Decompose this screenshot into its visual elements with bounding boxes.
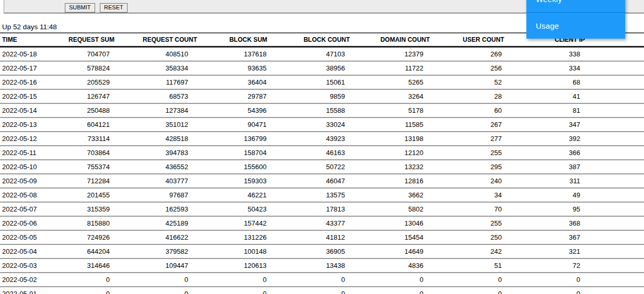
table-row: 2022-05-03314646109447120613134384836517…: [0, 258, 644, 273]
cell-value: 52: [444, 75, 523, 89]
cell-value: 255: [444, 146, 523, 160]
cell-value: 41: [523, 89, 644, 103]
table-row: 2022-05-0820145597687462211357536623449: [0, 188, 644, 202]
cell-value: 712284: [52, 174, 131, 188]
cell-value: 205529: [52, 75, 131, 89]
cell-value: 0: [131, 273, 209, 287]
cell-value: 403777: [131, 174, 209, 188]
cell-value: 644204: [52, 244, 131, 258]
cell-value: 14649: [366, 244, 444, 258]
cell-value: 250: [444, 230, 523, 244]
cell-value: 15588: [288, 103, 366, 117]
cell-value: 136799: [209, 132, 288, 146]
menu-item-usage[interactable]: Usage: [526, 12, 625, 39]
cell-value: 0: [523, 287, 644, 294]
table-row: 2022-05-11703864394783158704461631212025…: [0, 146, 644, 160]
cell-time: 2022-05-02: [0, 273, 52, 287]
cell-time: 2022-05-05: [0, 230, 52, 244]
cell-value: 256: [444, 61, 523, 75]
cell-value: 68: [523, 75, 644, 89]
cell-time: 2022-05-17: [0, 61, 52, 75]
cell-value: 54396: [209, 103, 288, 117]
cell-value: 255: [444, 216, 523, 230]
cell-value: 4836: [366, 258, 444, 273]
column-header: REQUEST SUM: [52, 33, 131, 47]
cell-value: 109447: [131, 258, 209, 273]
cell-time: 2022-05-18: [0, 47, 52, 62]
table-row: 2022-05-10755374436552155600507221323229…: [0, 160, 644, 174]
cell-value: 38956: [288, 61, 366, 75]
cell-value: 11722: [366, 61, 444, 75]
cell-time: 2022-05-01: [0, 287, 52, 294]
cell-value: 0: [523, 273, 644, 287]
cell-value: 17813: [288, 202, 366, 216]
table-row: 2022-05-020000000: [0, 273, 644, 287]
cell-value: 126747: [52, 89, 131, 103]
cell-value: 51: [444, 258, 523, 273]
cell-value: 387: [523, 160, 644, 174]
cell-value: 703864: [52, 146, 131, 160]
cell-value: 155600: [209, 160, 288, 174]
table-row: 2022-05-010000000: [0, 287, 644, 294]
cell-value: 358334: [131, 61, 209, 75]
table-row: 2022-05-06815880425189157442433771304625…: [0, 216, 644, 230]
cell-time: 2022-05-08: [0, 188, 52, 202]
cell-value: 0: [366, 273, 444, 287]
cell-value: 277: [444, 132, 523, 146]
menu-item-weekly[interactable]: Weekly: [526, 0, 625, 12]
table-row: 2022-05-13604121351012904713302411585267…: [0, 117, 644, 132]
cell-value: 13438: [288, 258, 366, 273]
cell-value: 0: [444, 287, 523, 294]
cell-value: 315359: [52, 202, 131, 216]
table-row: 2022-05-17578824358334936353895611722256…: [0, 61, 644, 75]
cell-value: 15061: [288, 75, 366, 89]
cell-value: 338: [523, 47, 644, 62]
uptime-text: Up 52 days 11:48: [2, 23, 57, 31]
cell-value: 755374: [52, 160, 131, 174]
cell-value: 408510: [131, 47, 209, 62]
table-row: 2022-05-151267476857329787985932642841: [0, 89, 644, 103]
cell-value: 0: [52, 273, 131, 287]
cell-value: 72: [523, 258, 644, 273]
cell-value: 267: [444, 117, 523, 132]
cell-value: 436552: [131, 160, 209, 174]
cell-value: 93635: [209, 61, 288, 75]
cell-value: 36905: [288, 244, 366, 258]
cell-value: 347: [523, 117, 644, 132]
reset-button[interactable]: RESET: [100, 3, 128, 13]
submit-button[interactable]: SUBMIT: [65, 3, 95, 13]
cell-time: 2022-05-07: [0, 202, 52, 216]
cell-value: 425189: [131, 216, 209, 230]
cell-value: 604121: [52, 117, 131, 132]
cell-value: 127384: [131, 103, 209, 117]
column-header: DOMAIN COUNT: [366, 33, 444, 47]
cell-value: 68573: [131, 89, 209, 103]
cell-value: 5178: [366, 103, 444, 117]
cell-value: 159303: [209, 174, 288, 188]
cell-time: 2022-05-14: [0, 103, 52, 117]
cell-value: 366: [523, 146, 644, 160]
table-row: 2022-05-16205529117697364041506152655268: [0, 75, 644, 89]
cell-value: 95: [523, 202, 644, 216]
column-header: TIME: [0, 33, 52, 47]
cell-time: 2022-05-04: [0, 244, 52, 258]
cell-value: 379582: [131, 244, 209, 258]
cell-time: 2022-05-13: [0, 117, 52, 132]
stats-table: TIMEREQUEST SUMREQUEST COUNTBLOCK SUMBLO…: [0, 32, 644, 294]
cell-value: 12816: [366, 174, 444, 188]
column-header: BLOCK COUNT: [288, 33, 366, 47]
table-row: 2022-05-04644204379582100148369051464924…: [0, 244, 644, 258]
cell-value: 3662: [366, 188, 444, 202]
cell-value: 90471: [209, 117, 288, 132]
cell-value: 733114: [52, 132, 131, 146]
cell-value: 5802: [366, 202, 444, 216]
cell-value: 0: [444, 273, 523, 287]
cell-value: 0: [209, 287, 288, 294]
cell-value: 97687: [131, 188, 209, 202]
cell-value: 60: [444, 103, 523, 117]
table-row: 2022-05-07315359162593504231781358027095: [0, 202, 644, 216]
cell-time: 2022-05-16: [0, 75, 52, 89]
cell-value: 578824: [52, 61, 131, 75]
cell-value: 0: [288, 287, 366, 294]
cell-time: 2022-05-10: [0, 160, 52, 174]
